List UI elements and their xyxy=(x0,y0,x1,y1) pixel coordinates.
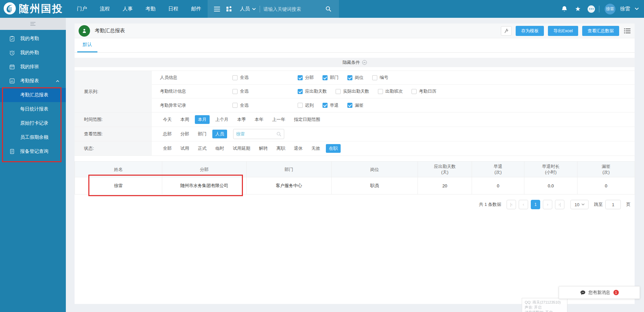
page-size-select[interactable]: 10 xyxy=(570,200,589,209)
view-range-options: 总部 分部 部门 人员 xyxy=(152,127,635,141)
menu-item-workflow[interactable]: 流程 xyxy=(93,0,116,18)
bell-icon[interactable] xyxy=(559,6,570,12)
sidebar-item-label: 考勤报表 xyxy=(20,78,39,84)
sidebar-item-label: 原始打卡记录 xyxy=(20,120,48,126)
status-option[interactable]: 临时 xyxy=(212,144,227,153)
search-icon[interactable] xyxy=(276,132,281,136)
status-option[interactable]: 离职 xyxy=(273,144,288,153)
time-option[interactable]: 上个月 xyxy=(212,115,231,124)
select-all-checkbox[interactable]: 全选 xyxy=(232,88,249,94)
status-option[interactable]: 无效 xyxy=(308,144,323,153)
sidebar-item-raw-punch-records[interactable]: 原始打卡记录 xyxy=(0,116,66,130)
save-template-button[interactable]: 存为模板 xyxy=(516,26,544,36)
first-page-button[interactable]: |‹ xyxy=(507,200,516,209)
export-excel-button[interactable]: 导出Excel xyxy=(548,26,578,36)
status-option[interactable]: 试用延期 xyxy=(230,144,253,153)
option-checkbox[interactable]: 编号 xyxy=(372,75,388,81)
time-range-options: 今天 本周 本月 上个月 本季 本年 上一年 指定日期范围 xyxy=(152,113,635,127)
time-option[interactable]: 指定日期范围 xyxy=(291,115,323,124)
menu-item-attendance[interactable]: 考勤 xyxy=(139,0,162,18)
prev-page-button[interactable]: ‹ xyxy=(519,200,528,209)
status-option-active[interactable]: 在职 xyxy=(326,144,341,153)
last-page-button[interactable]: ›| xyxy=(555,200,564,209)
user-avatar[interactable]: 徐雷 xyxy=(605,4,615,14)
current-page-button[interactable]: 1 xyxy=(531,200,540,209)
status-option[interactable]: 退休 xyxy=(291,144,306,153)
menu-item-hr[interactable]: 人事 xyxy=(116,0,139,18)
view-summary-button[interactable]: 查看汇总数据 xyxy=(582,26,619,36)
option-checkbox[interactable]: 早退 xyxy=(323,102,339,108)
sidebar-item-my-shifts[interactable]: 我的排班 xyxy=(0,60,66,74)
sidebar-item-registration-query[interactable]: 报备登记查询 xyxy=(0,144,66,159)
group-person-info: 人员信息 全选 分部 部门 岗位 编号 xyxy=(152,71,635,85)
favorite-star-icon[interactable]: ★ xyxy=(572,6,584,12)
search-icon[interactable] xyxy=(322,0,334,18)
chevron-down-icon xyxy=(582,204,585,206)
group-name: 人员信息 xyxy=(160,75,232,81)
select-all-checkbox[interactable]: 全选 xyxy=(232,75,249,81)
sidebar-item-summary-report[interactable]: 考勤汇总报表 xyxy=(0,88,66,102)
view-option[interactable]: 总部 xyxy=(160,130,175,138)
time-option[interactable]: 本季 xyxy=(234,115,249,124)
status-option[interactable]: 试用 xyxy=(177,144,192,153)
option-checkbox[interactable]: 应出勤天数 xyxy=(298,88,327,94)
sidebar-item-my-field-work[interactable]: 我的外勤 xyxy=(0,46,66,60)
quick-action-button[interactable] xyxy=(501,26,512,36)
qq-sound-line: 声音: 开启 xyxy=(525,305,564,310)
brand-logo[interactable]: 随州国投 xyxy=(0,2,63,16)
qq-popup-line: 消息提醒框: 开启 xyxy=(525,310,564,312)
status-option[interactable]: 全部 xyxy=(160,144,175,153)
hamburger-icon[interactable] xyxy=(211,0,223,18)
sidebar-collapse-button[interactable] xyxy=(0,18,66,30)
checkbox-icon xyxy=(232,75,238,80)
select-all-checkbox[interactable]: 全选 xyxy=(232,102,249,108)
menu-item-mail[interactable]: 邮件 xyxy=(185,0,208,18)
apps-grid-icon[interactable] xyxy=(223,0,235,18)
view-option-active[interactable]: 人员 xyxy=(212,130,227,138)
status-option[interactable]: 解聘 xyxy=(256,144,271,153)
column-header-position: 岗位 xyxy=(332,162,418,177)
user-menu-chevron-icon[interactable] xyxy=(635,8,639,10)
person-run-icon xyxy=(504,29,509,33)
checkbox-icon xyxy=(412,89,417,94)
group-name: 考勤统计信息 xyxy=(160,88,232,94)
view-option[interactable]: 部门 xyxy=(195,130,210,138)
menu-item-schedule[interactable]: 日程 xyxy=(162,0,185,18)
new-message-widget[interactable]: 您有新消息 1 xyxy=(559,286,640,299)
person-search-box xyxy=(233,129,284,139)
option-checkbox[interactable]: 实际出勤天数 xyxy=(336,88,369,94)
list-view-icon[interactable] xyxy=(624,28,631,34)
time-option[interactable]: 上一年 xyxy=(269,115,288,124)
option-checkbox[interactable]: 部门 xyxy=(323,75,339,81)
column-header-name: 姓名 xyxy=(75,162,162,177)
tab-default[interactable]: 默认 xyxy=(77,42,97,52)
table-row[interactable]: 徐雷 随州市水务集团有限公司 客户服务中心 职员 20 0 0.0 0 xyxy=(75,177,635,194)
time-option[interactable]: 本周 xyxy=(177,115,192,124)
option-checkbox[interactable]: 岗位 xyxy=(347,75,363,81)
global-search-input[interactable] xyxy=(260,6,322,12)
more-options-icon[interactable] xyxy=(586,5,597,13)
sidebar-item-leave-balance[interactable]: 员工假期余额 xyxy=(0,130,66,144)
status-option[interactable]: 正式 xyxy=(195,144,210,153)
option-checkbox[interactable]: 迟到 xyxy=(298,102,314,108)
filter-section: 展示列: 人员信息 全选 分部 xyxy=(75,71,635,156)
jump-page-input[interactable] xyxy=(605,200,621,209)
search-category-dropdown[interactable]: 人员 xyxy=(235,6,260,12)
sidebar-item-label: 我的考勤 xyxy=(20,36,39,42)
next-page-button[interactable]: › xyxy=(543,200,552,209)
option-checkbox[interactable]: 出勤班次 xyxy=(378,88,403,94)
person-search-input[interactable] xyxy=(236,132,276,137)
time-option[interactable]: 本年 xyxy=(252,115,266,124)
sidebar-item-attendance-reports[interactable]: 考勤报表 xyxy=(0,74,66,88)
filter-label: 展示列: xyxy=(75,71,152,112)
sidebar-item-daily-report[interactable]: 每日统计报表 xyxy=(0,102,66,116)
sidebar-item-my-attendance[interactable]: 我的考勤 xyxy=(0,32,66,46)
view-option[interactable]: 分部 xyxy=(177,130,192,138)
hide-conditions-toggle[interactable]: 隐藏条件 xyxy=(75,58,635,67)
menu-item-portal[interactable]: 门户 xyxy=(71,0,93,18)
time-option-active[interactable]: 本月 xyxy=(195,115,210,124)
option-checkbox[interactable]: 分部 xyxy=(298,75,314,81)
option-checkbox[interactable]: 考勤日历 xyxy=(412,88,436,94)
time-option[interactable]: 今天 xyxy=(160,115,175,124)
option-checkbox[interactable]: 漏签 xyxy=(347,102,363,108)
